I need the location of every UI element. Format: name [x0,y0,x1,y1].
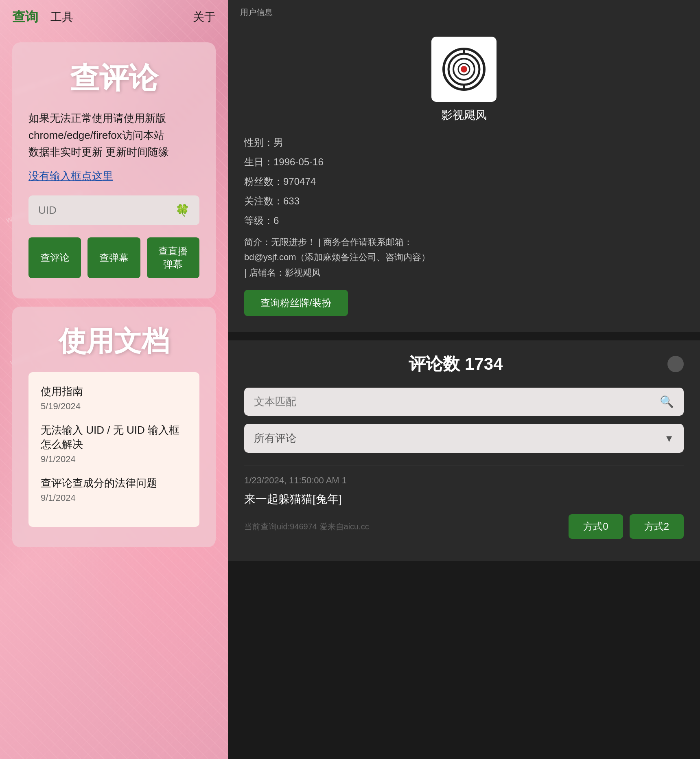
doc-card-title: 使用文档 [28,323,199,360]
user-birthday: 生日：1996-05-16 [244,152,684,172]
left-panel: WWW.ABSKOOP.COM WWW.ABSKOOP.COM WWW.ABSK… [0,0,228,759]
filter-select-box[interactable]: 所有评论 ▼ [244,424,684,453]
doc-item-3[interactable]: 查评论查成分的法律问题 9/1/2024 [41,476,187,503]
comment-meta: 1/23/2024, 11:50:00 AM 1 [244,475,684,486]
user-details: 性别：男 生日：1996-05-16 粉丝数：970474 关注数：633 等级… [244,133,684,230]
filter-select-text: 所有评论 [254,431,296,445]
action-button-row: 查评论 查弹幕 查直播弹幕 [28,237,199,278]
search-icon: 🔍 [660,395,674,408]
main-card: 查评论 如果无法正常使用请使用新版chrome/edge/firefox访问本站… [12,42,216,298]
doc-item-1[interactable]: 使用指南 5/19/2024 [41,384,187,412]
doc-item-2-date: 9/1/2024 [41,454,187,465]
doc-item-2-title: 无法输入 UID / 无 UID 输入框怎么解决 [41,423,187,452]
search-box: 🔍 [244,388,684,416]
comment-uid: 当前查询uid:946974 爱来自aicu.cc [244,521,369,532]
style2-button[interactable]: 方式2 [630,514,684,539]
user-intro: 简介：无限进步！ | 商务合作请联系邮箱：bd@ysjf.com（添加麻烦备注公… [244,235,684,280]
comments-section: 评论数 1734 🔍 所有评论 ▼ 1/23/2024, 11:50:00 AM… [228,340,700,561]
main-card-title: 查评论 [28,59,199,98]
circle-indicator [667,356,684,372]
right-topbar: 用户信息 [228,0,700,24]
user-gender: 性别：男 [244,133,684,152]
right-topbar-text: 用户信息 [240,7,273,18]
avatar-logo-svg [440,45,488,94]
style0-button[interactable]: 方式0 [569,514,623,539]
main-card-notice: 如果无法正常使用请使用新版chrome/edge/firefox访问本站数据非实… [28,110,199,161]
query-danmu-button[interactable]: 查弹幕 [88,237,140,278]
no-input-link[interactable]: 没有输入框点这里 [28,169,199,183]
user-avatar-box [431,37,497,102]
svg-point-5 [461,66,467,72]
user-avatar-area: 影视飓风 [244,37,684,123]
query-comments-button[interactable]: 查评论 [28,237,81,278]
doc-item-1-title: 使用指南 [41,384,187,399]
doc-item-3-title: 查评论查成分的法律问题 [41,476,187,490]
uid-input[interactable] [38,204,175,217]
right-panel: 用户信息 [228,0,700,759]
doc-item-2[interactable]: 无法输入 UID / 无 UID 输入框怎么解决 9/1/2024 [41,423,187,465]
comment-footer: 当前查询uid:946974 爱来自aicu.cc 方式0 方式2 [244,514,684,539]
comment-item: 1/23/2024, 11:50:00 AM 1 来一起躲猫猫[兔年] 当前查询… [244,465,684,548]
clover-icon: 🍀 [175,204,190,217]
comments-section-wrapper: 评论数 1734 🔍 所有评论 ▼ 1/23/2024, 11:50:00 AM… [228,332,700,561]
comment-text: 来一起躲猫猫[兔年] [244,491,684,508]
user-following: 关注数：633 [244,191,684,211]
doc-item-3-date: 9/1/2024 [41,493,187,503]
nav-about[interactable]: 关于 [193,9,216,25]
uid-input-wrapper: 🍀 [28,195,199,225]
user-info-section: 影视飓风 性别：男 生日：1996-05-16 粉丝数：970474 关注数：6… [228,24,700,332]
text-match-input[interactable] [254,395,660,408]
doc-item-1-date: 5/19/2024 [41,401,187,412]
nav-query[interactable]: 查询 [12,8,38,26]
user-level: 等级：6 [244,211,684,230]
chevron-down-icon: ▼ [664,433,674,444]
comment-count-row: 评论数 1734 [244,353,684,375]
comment-actions: 方式0 方式2 [569,514,684,539]
search-filter-area: 🔍 所有评论 ▼ [244,388,684,453]
user-fans: 粉丝数：970474 [244,172,684,191]
username: 影视飓风 [441,107,487,123]
nav-tools[interactable]: 工具 [50,9,73,25]
doc-list: 使用指南 5/19/2024 无法输入 UID / 无 UID 输入框怎么解决 … [28,372,199,527]
comment-count-title: 评论数 1734 [244,353,667,375]
query-live-danmu-button[interactable]: 查直播弹幕 [147,237,199,278]
left-nav: 查询 工具 关于 [0,0,228,34]
doc-card: 使用文档 使用指南 5/19/2024 无法输入 UID / 无 UID 输入框… [12,307,216,547]
user-info-section-wrapper: 影视飓风 性别：男 生日：1996-05-16 粉丝数：970474 关注数：6… [228,24,700,332]
query-fans-badge-button[interactable]: 查询粉丝牌/装扮 [244,290,348,316]
